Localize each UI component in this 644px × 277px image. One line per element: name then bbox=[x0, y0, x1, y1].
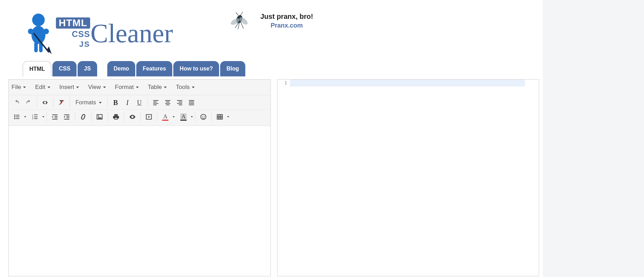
insert-link-button[interactable] bbox=[77, 111, 89, 123]
mascot-icon bbox=[24, 12, 52, 54]
text-color-button[interactable]: A bbox=[159, 111, 171, 123]
svg-point-33 bbox=[202, 116, 203, 117]
chevron-down-icon[interactable] bbox=[42, 116, 44, 118]
tab-blog[interactable]: Blog bbox=[220, 61, 245, 76]
emoticons-button[interactable] bbox=[197, 111, 209, 123]
logo-text-stack: HTML CSS JS bbox=[56, 17, 90, 49]
svg-rect-2 bbox=[34, 42, 38, 52]
code-text[interactable] bbox=[290, 80, 525, 87]
bold-button[interactable]: B bbox=[110, 97, 122, 108]
tab-css[interactable]: CSS bbox=[52, 61, 77, 76]
site-logo[interactable]: HTML CSS JS Cleaner bbox=[24, 12, 173, 54]
svg-point-1 bbox=[31, 26, 45, 44]
menu-file[interactable]: File bbox=[12, 84, 26, 91]
menu-format[interactable]: Format bbox=[115, 84, 139, 91]
insert-table-button[interactable] bbox=[214, 111, 226, 123]
source-code-button[interactable] bbox=[39, 97, 51, 108]
align-center-button[interactable] bbox=[162, 97, 174, 108]
chevron-down-icon bbox=[99, 102, 102, 104]
tab-demo[interactable]: Demo bbox=[107, 61, 135, 76]
align-left-button[interactable] bbox=[150, 97, 162, 108]
align-justify-button[interactable] bbox=[186, 97, 197, 108]
bullet-list-button[interactable] bbox=[11, 111, 23, 123]
svg-rect-23 bbox=[34, 114, 38, 115]
chevron-down-icon[interactable] bbox=[227, 116, 229, 118]
fly-icon bbox=[229, 10, 250, 31]
svg-line-12 bbox=[238, 23, 239, 29]
editor-menu-bar: File Edit Insert View Format Table Tools bbox=[9, 80, 270, 95]
chevron-down-icon bbox=[136, 87, 139, 88]
chevron-down-icon[interactable] bbox=[24, 116, 26, 118]
chevron-down-icon bbox=[164, 87, 167, 88]
indent-button[interactable] bbox=[61, 111, 73, 123]
header-ad[interactable]: Just pranx, bro! Pranx.com bbox=[229, 10, 313, 31]
svg-rect-35 bbox=[217, 114, 223, 119]
page-header: HTML CSS JS Cleaner Just pranx, bro! Pra… bbox=[24, 0, 539, 61]
clear-formatting-button[interactable] bbox=[56, 97, 67, 108]
editor-row: File Edit Insert View Format Table Tools bbox=[8, 79, 539, 276]
svg-rect-21 bbox=[16, 118, 20, 119]
preview-button[interactable] bbox=[126, 111, 138, 123]
svg-point-5 bbox=[43, 29, 49, 34]
svg-text:3: 3 bbox=[32, 118, 33, 120]
insert-image-button[interactable] bbox=[94, 111, 106, 123]
underline-button[interactable]: U bbox=[133, 97, 145, 108]
menu-insert[interactable]: Insert bbox=[59, 84, 79, 91]
svg-point-30 bbox=[132, 116, 133, 117]
svg-point-32 bbox=[201, 114, 206, 120]
tab-features[interactable]: Features bbox=[136, 61, 172, 76]
svg-point-20 bbox=[14, 118, 15, 119]
chevron-down-icon[interactable] bbox=[173, 116, 175, 118]
tab-js[interactable]: JS bbox=[78, 61, 97, 76]
wysiwyg-content-area[interactable] bbox=[9, 126, 270, 276]
ad-title: Just pranx, bro! bbox=[260, 13, 313, 21]
background-color-button[interactable]: A bbox=[178, 111, 189, 123]
ad-text: Just pranx, bro! Pranx.com bbox=[260, 13, 313, 29]
svg-point-29 bbox=[98, 115, 99, 117]
tab-html[interactable]: HTML bbox=[23, 61, 51, 76]
chevron-down-icon bbox=[23, 87, 26, 88]
menu-tools[interactable]: Tools bbox=[176, 84, 195, 91]
undo-button[interactable] bbox=[11, 97, 23, 108]
svg-point-18 bbox=[14, 116, 15, 117]
svg-rect-19 bbox=[16, 117, 20, 117]
svg-point-34 bbox=[204, 116, 204, 117]
svg-point-0 bbox=[32, 14, 45, 26]
chevron-down-icon bbox=[76, 87, 79, 88]
svg-point-16 bbox=[14, 114, 15, 115]
numbered-list-button[interactable]: 123 bbox=[29, 111, 41, 123]
menu-edit[interactable]: Edit bbox=[35, 84, 50, 91]
italic-button[interactable]: I bbox=[122, 97, 133, 108]
chevron-down-icon bbox=[48, 87, 50, 88]
menu-table[interactable]: Table bbox=[148, 84, 167, 91]
svg-rect-25 bbox=[34, 117, 38, 117]
formats-dropdown[interactable]: Formats bbox=[72, 97, 105, 108]
logo-css-label: CSS bbox=[72, 29, 90, 39]
ad-subtitle: Pranx.com bbox=[260, 22, 313, 29]
svg-rect-17 bbox=[16, 115, 20, 115]
svg-rect-27 bbox=[34, 118, 38, 119]
wysiwyg-editor-panel: File Edit Insert View Format Table Tools bbox=[8, 79, 271, 276]
right-sidebar-panel bbox=[543, 0, 644, 277]
chevron-down-icon bbox=[192, 87, 195, 88]
print-button[interactable] bbox=[110, 111, 122, 123]
redo-button[interactable] bbox=[23, 97, 35, 108]
line-number: 1 bbox=[277, 80, 290, 87]
logo-html-badge: HTML bbox=[56, 17, 90, 29]
insert-media-button[interactable] bbox=[143, 111, 155, 123]
editor-toolbar: Formats B I U bbox=[9, 95, 270, 126]
logo-js-label: JS bbox=[79, 40, 90, 49]
logo-cleaner-word: Cleaner bbox=[91, 21, 173, 45]
svg-point-4 bbox=[28, 29, 34, 34]
svg-line-13 bbox=[236, 13, 238, 15]
chevron-down-icon[interactable] bbox=[191, 116, 193, 118]
tab-how-to-use[interactable]: How to use? bbox=[173, 61, 219, 76]
outdent-button[interactable] bbox=[49, 111, 61, 123]
menu-view[interactable]: View bbox=[88, 84, 106, 91]
code-line: 1 bbox=[277, 80, 539, 87]
align-right-button[interactable] bbox=[174, 97, 186, 108]
svg-line-14 bbox=[240, 12, 243, 15]
chevron-down-icon bbox=[103, 87, 106, 88]
source-code-panel[interactable]: 1 bbox=[277, 79, 540, 276]
